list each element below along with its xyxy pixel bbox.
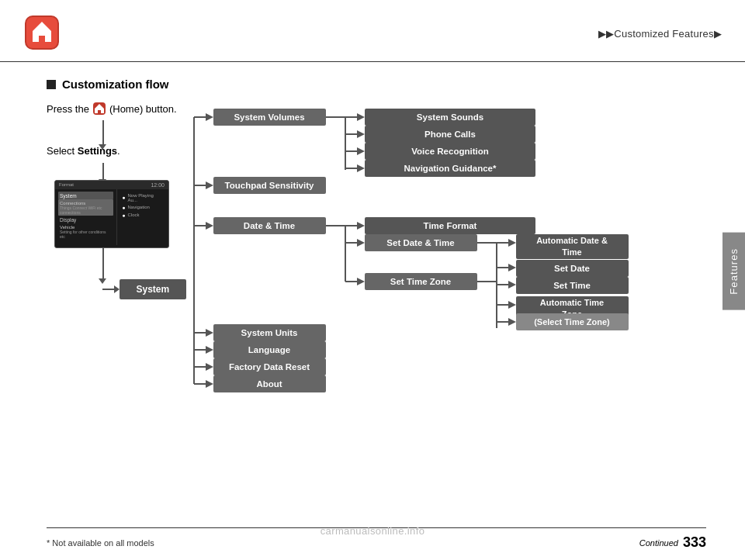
select-instruction: Select Settings. — [47, 145, 186, 157]
svg-marker-19 — [206, 363, 213, 371]
section-title: Customization flow — [47, 78, 706, 91]
header: ▶▶Customized Features▶ — [0, 0, 745, 62]
svg-marker-57 — [357, 222, 365, 230]
main-content: Customization flow Press the (Home) butt… — [0, 62, 745, 492]
arrow-select-to-screen — [102, 163, 186, 180]
home-icon-wrapper[interactable] — [23, 14, 61, 54]
screen-menu-left: System ConnectionsThings Connect WiFi et… — [55, 189, 117, 245]
left-instructions: Press the (Home) button. Select Settings… — [47, 102, 186, 299]
svg-marker-21 — [206, 380, 213, 388]
flow-svg: System Volumes Touchpad Sensitivity Date… — [194, 102, 729, 482]
svg-text:Time: Time — [562, 247, 581, 257]
svg-text:System Volumes: System Volumes — [234, 112, 304, 122]
svg-text:Automatic Date &: Automatic Date & — [536, 236, 608, 245]
svg-marker-73 — [508, 264, 516, 271]
svg-marker-61 — [357, 278, 365, 285]
section-title-text: Customization flow — [62, 78, 169, 91]
screen-right-clock: ●Clock — [120, 211, 165, 219]
svg-text:Set Date & Time: Set Date & Time — [386, 238, 454, 247]
svg-marker-13 — [206, 222, 213, 230]
screen-item-system: System — [58, 192, 113, 199]
system-box-row: System — [102, 279, 186, 299]
svg-text:Set Date: Set Date — [554, 264, 590, 273]
footer-page-number: 333 — [683, 534, 706, 551]
screen-item-display: Display — [58, 216, 113, 223]
inline-home-icon — [92, 102, 106, 116]
svg-marker-86 — [508, 301, 516, 309]
svg-marker-17 — [206, 346, 213, 354]
screen-menu: System ConnectionsThings Connect WiFi et… — [55, 189, 168, 245]
footer-right: Continued 333 — [639, 534, 706, 551]
svg-text:Set Time Zone: Set Time Zone — [390, 277, 451, 286]
svg-rect-6 — [98, 110, 101, 113]
svg-marker-9 — [206, 113, 213, 121]
svg-marker-43 — [357, 147, 365, 155]
svg-text:Set Time: Set Time — [553, 281, 591, 290]
svg-text:System Units: System Units — [241, 328, 298, 337]
footer-continued: Continued — [639, 538, 678, 548]
svg-text:Language: Language — [248, 345, 290, 354]
svg-text:Date & Time: Date & Time — [244, 221, 295, 230]
screen-item-vehicle: VehicleSetting for other conditions etc — [58, 223, 113, 240]
flow-diagram-area: System Volumes Touchpad Sensitivity Date… — [194, 102, 729, 484]
car-screen-mockup: Format 12:00 System ConnectionsThings Co… — [54, 180, 169, 248]
screen-top-bar: Format 12:00 — [55, 181, 168, 189]
svg-text:Time Format: Time Format — [424, 221, 477, 230]
screen-right-navigation: ●Navigation — [120, 203, 165, 211]
svg-marker-59 — [357, 239, 365, 247]
svg-text:System Sounds: System Sounds — [417, 112, 483, 122]
header-breadcrumb: ▶▶Customized Features▶ — [598, 28, 722, 40]
svg-marker-15 — [206, 329, 213, 337]
svg-marker-88 — [508, 318, 516, 326]
arrow-press-to-select — [102, 120, 186, 145]
svg-text:Factory Data Reset: Factory Data Reset — [229, 362, 310, 372]
svg-marker-45 — [357, 164, 365, 172]
watermark: carmanualsonline.info — [321, 525, 425, 537]
home-icon — [23, 14, 61, 51]
svg-text:Touchpad Sensitivity: Touchpad Sensitivity — [225, 181, 314, 190]
system-menu-box[interactable]: System — [120, 279, 186, 299]
screen-item-connections: ConnectionsThings Connect WiFi etc conne… — [58, 199, 113, 216]
svg-text:Navigation Guidance*: Navigation Guidance* — [404, 164, 497, 173]
screen-right-now-playing: ●Now Playing Au... — [120, 192, 165, 203]
svg-text:Phone Calls: Phone Calls — [424, 130, 476, 139]
sidebar-features-label: Features — [722, 233, 745, 310]
svg-marker-41 — [357, 130, 365, 138]
svg-rect-3 — [39, 36, 45, 42]
svg-text:About: About — [256, 379, 282, 389]
svg-text:Voice Recognition: Voice Recognition — [411, 147, 488, 156]
svg-marker-11 — [206, 181, 213, 189]
svg-text:(Select Time Zone): (Select Time Zone) — [534, 317, 610, 327]
svg-marker-75 — [508, 281, 516, 289]
section-marker — [47, 80, 56, 89]
footer-note: * Not available on all models — [47, 538, 154, 548]
svg-marker-39 — [357, 113, 365, 121]
arrow-screen-to-system — [102, 248, 186, 279]
screen-menu-right: ●Now Playing Au... ●Navigation ●Clock — [117, 189, 168, 245]
svg-text:Automatic Time: Automatic Time — [540, 298, 604, 307]
press-instruction: Press the (Home) button. — [47, 102, 186, 116]
svg-marker-71 — [508, 239, 516, 247]
